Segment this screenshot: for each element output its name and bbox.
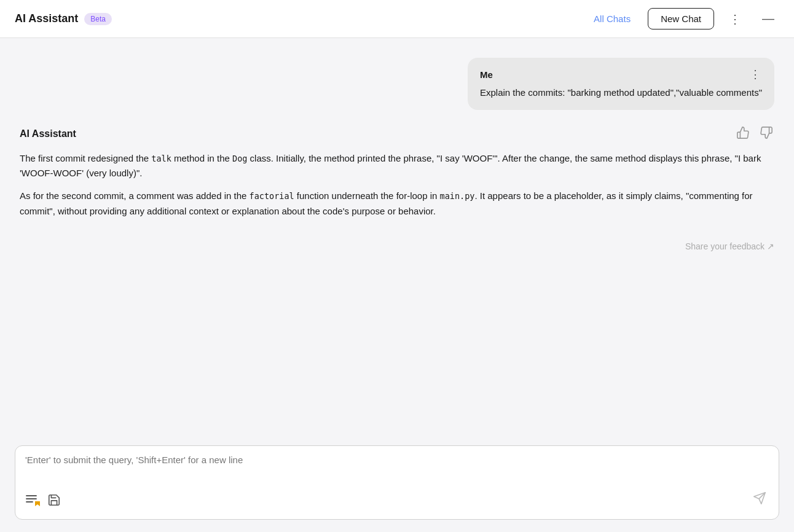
more-options-icon[interactable]: ⋮ — [724, 9, 747, 29]
ai-response-text: The first commit redesigned the talk met… — [20, 151, 774, 219]
prompt-templates-icon[interactable] — [25, 493, 40, 507]
chat-content: Me ⋮ Explain the commits: "barking metho… — [0, 38, 794, 440]
code-talk: talk — [151, 154, 171, 163]
header-left: AI Assistant Beta — [15, 12, 586, 25]
input-footer — [25, 489, 769, 510]
ai-paragraph-2: As for the second commit, a comment was … — [20, 189, 774, 219]
chat-input[interactable] — [25, 455, 769, 479]
thumbs-down-icon[interactable] — [758, 125, 774, 144]
user-message-wrapper: Me ⋮ Explain the commits: "barking metho… — [0, 58, 794, 110]
code-dog: Dog — [232, 154, 247, 163]
user-message-bubble: Me ⋮ Explain the commits: "barking metho… — [468, 58, 774, 110]
app-header: AI Assistant Beta All Chats New Chat ⋮ — — [0, 0, 794, 38]
input-area — [15, 445, 779, 520]
all-chats-button[interactable]: All Chats — [586, 9, 638, 29]
beta-badge: Beta — [84, 13, 112, 25]
user-message-header: Me ⋮ — [480, 68, 762, 81]
user-message-options-icon[interactable]: ⋮ — [750, 68, 762, 81]
ai-sender-label: AI Assistant — [20, 128, 76, 139]
share-feedback-link[interactable]: Share your feedback ↗ — [685, 241, 774, 251]
code-factorial: factorial — [250, 191, 294, 201]
new-chat-button[interactable]: New Chat — [648, 8, 714, 29]
header-right: All Chats New Chat ⋮ — — [586, 8, 779, 29]
input-toolbar-left — [25, 493, 61, 507]
save-draft-icon[interactable] — [47, 493, 61, 507]
ai-paragraph-1: The first commit redesigned the talk met… — [20, 151, 774, 182]
ai-response-wrapper: AI Assistant The first commit redesigned… — [0, 125, 794, 219]
ai-response-header: AI Assistant — [20, 125, 774, 144]
send-button[interactable] — [750, 489, 769, 510]
app-title: AI Assistant — [15, 12, 78, 25]
code-mainpy: main.py — [440, 191, 475, 201]
thumbs-up-icon[interactable] — [735, 125, 751, 144]
minimize-icon[interactable]: — — [757, 9, 779, 28]
share-feedback-area: Share your feedback ↗ — [0, 234, 794, 251]
user-message-text: Explain the commits: "barking method upd… — [480, 86, 762, 100]
user-sender-label: Me — [480, 69, 493, 80]
feedback-icons-group — [735, 125, 774, 144]
